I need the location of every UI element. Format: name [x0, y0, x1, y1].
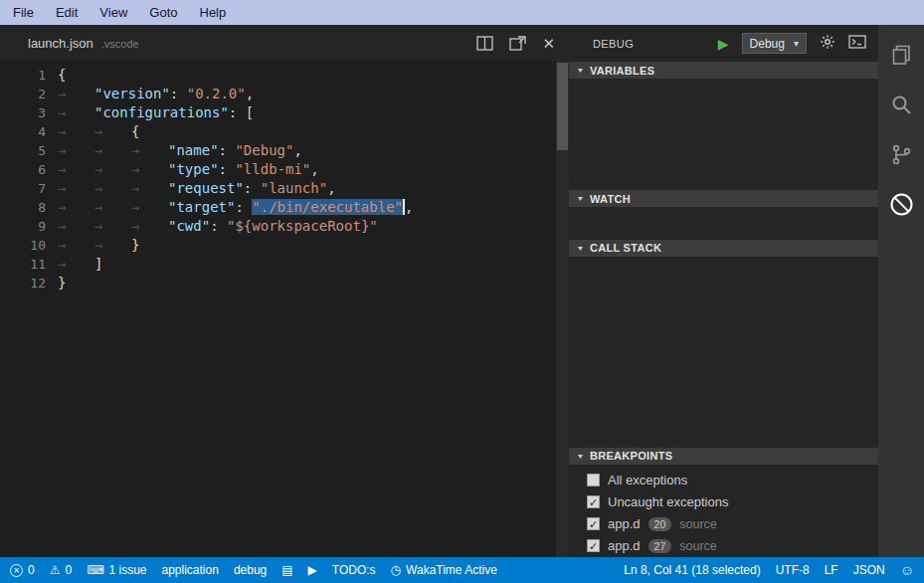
line-content: →→} [58, 236, 139, 255]
statusbar-feedback[interactable]: ☺ [900, 563, 914, 577]
code-token: "0.2.0" [187, 86, 246, 101]
menu-item-edit[interactable]: Edit [45, 2, 89, 23]
statusbar-language-mode-label: JSON [853, 563, 885, 577]
line-content: →→→"target": "./bin/executable", [58, 198, 413, 217]
breakpoint-row[interactable]: ✓app.d20source [569, 513, 878, 535]
statusbar-run-task[interactable]: ▶ [308, 564, 317, 576]
section-watch-header[interactable]: ▼ WATCH [569, 190, 878, 207]
section-breakpoints-header[interactable]: ▼ BREAKPOINTS [569, 448, 878, 465]
statusbar-issues[interactable]: ⌨1 issue [87, 563, 146, 577]
debug-panel: DEBUG ▶ Debug ▾ ▼ VARIABL [569, 25, 878, 557]
menu-item-help[interactable]: Help [189, 2, 238, 23]
line-content: →→→"request": "launch", [58, 179, 336, 198]
statusbar-right: Ln 8, Col 41 (18 selected)UTF-8LFJSON☺ [624, 563, 914, 577]
editor-region: launch.json .vscode ✕ 1{2→"version": "0.… [0, 25, 569, 557]
breakpoint-line-badge: 20 [648, 517, 672, 531]
close-tab-icon[interactable]: ✕ [542, 36, 555, 51]
statusbar-eol[interactable]: LF [825, 563, 838, 577]
split-editor-icon[interactable] [476, 36, 493, 51]
code-line[interactable]: 9→→→"cwd": "${workspaceRoot}" [0, 217, 569, 236]
section-collapse-icon: ▼ [576, 67, 584, 74]
code-token: : [170, 86, 187, 101]
tab-whitespace-arrow-icon: → [58, 103, 94, 122]
open-preview-icon[interactable] [509, 36, 526, 51]
code-line[interactable]: 5→→→"name": "Debug", [0, 141, 569, 160]
statusbar-launch-application[interactable]: application [162, 563, 219, 577]
smiley-icon: ☺ [900, 563, 914, 577]
menu-item-view[interactable]: View [89, 2, 138, 23]
code-line[interactable]: 7→→→"request": "launch", [0, 179, 569, 198]
code-line[interactable]: 2→"version": "0.2.0", [0, 85, 569, 103]
editor-scrollbar[interactable] [556, 61, 569, 557]
code-token: } [131, 237, 139, 253]
code-line[interactable]: 8→→→"target": "./bin/executable", [0, 198, 569, 217]
line-number: 12 [0, 274, 46, 292]
section-variables-header[interactable]: ▼ VARIABLES [569, 62, 878, 79]
section-breakpoints-title: BREAKPOINTS [590, 450, 672, 462]
breakpoint-row[interactable]: ✓Uncaught exceptions [569, 491, 878, 513]
menu-item-file[interactable]: File [2, 2, 45, 23]
statusbar-errors[interactable]: ✕0 [10, 563, 35, 577]
code-line[interactable]: 12} [0, 274, 569, 292]
tab-whitespace-arrow-icon: → [58, 236, 94, 255]
breakpoints-list: All exceptions✓Uncaught exceptions✓app.d… [569, 465, 878, 557]
code-line[interactable]: 10→→} [0, 236, 569, 255]
debug-config-dropdown[interactable]: Debug ▾ [742, 33, 807, 54]
search-icon[interactable] [887, 91, 915, 118]
breakpoint-label: app.d [608, 538, 641, 553]
line-content: } [58, 274, 66, 292]
code-line[interactable]: 6→→→"type": "lldb-mi", [0, 160, 569, 179]
statusbar-eol-label: LF [825, 563, 838, 577]
breakpoint-checkbox[interactable] [587, 474, 600, 486]
section-variables-title: VARIABLES [590, 65, 654, 77]
tab-title[interactable]: launch.json [28, 36, 93, 51]
code-token: : [ [229, 104, 254, 120]
breakpoint-checkbox[interactable]: ✓ [587, 517, 600, 530]
explorer-icon[interactable] [887, 41, 915, 69]
statusbar-launch-debug[interactable]: debug [234, 563, 267, 577]
tab-whitespace-arrow-icon: → [94, 217, 131, 236]
debug-console-icon[interactable] [848, 35, 866, 53]
code-editor[interactable]: 1{2→"version": "0.2.0",3→"configurations… [0, 61, 569, 557]
configure-gear-icon[interactable] [820, 34, 835, 54]
code-line[interactable]: 1{ [0, 66, 569, 85]
callstack-content [569, 257, 878, 448]
line-content: →→→"name": "Debug", [58, 141, 302, 160]
code-line[interactable]: 11→] [0, 255, 569, 274]
code-line[interactable]: 3→"configurations": [ [0, 103, 569, 122]
breakpoint-row[interactable]: All exceptions [569, 470, 878, 491]
debug-icon[interactable] [887, 190, 915, 218]
tab-whitespace-arrow-icon: → [94, 122, 131, 141]
code-token: : [235, 199, 252, 215]
tab-folder-label: .vscode [101, 38, 139, 50]
statusbar-file-action[interactable]: ▤ [281, 564, 292, 576]
statusbar-todos[interactable]: TODO:s [332, 563, 376, 577]
statusbar-cursor-position[interactable]: Ln 8, Col 41 (18 selected) [624, 563, 760, 577]
code-token: "target" [168, 199, 235, 215]
statusbar-warnings[interactable]: ⚠0 [50, 563, 72, 577]
statusbar-wakatime[interactable]: ◷WakaTime Active [391, 563, 497, 577]
code-token: "configurations" [94, 104, 229, 120]
statusbar-issues-label: 1 issue [108, 563, 146, 577]
section-callstack-header[interactable]: ▼ CALL STACK [569, 240, 878, 257]
breakpoint-checkbox[interactable]: ✓ [587, 495, 600, 508]
line-number: 2 [0, 85, 46, 103]
line-number: 1 [0, 66, 46, 85]
tab-whitespace-arrow-icon: → [58, 198, 94, 217]
breakpoint-line-badge: 27 [648, 539, 672, 553]
tab-whitespace-arrow-icon: → [94, 179, 131, 198]
menu-item-goto[interactable]: Goto [138, 2, 188, 23]
code-line[interactable]: 4→→{ [0, 122, 569, 141]
debug-panel-title: DEBUG [593, 38, 634, 50]
start-debug-icon[interactable]: ▶ [718, 37, 729, 51]
breakpoint-row[interactable]: ✓app.d27source [569, 535, 878, 557]
breakpoint-checkbox[interactable]: ✓ [587, 539, 600, 552]
line-number: 8 [0, 198, 46, 217]
code-token: { [131, 123, 139, 139]
git-icon[interactable] [887, 140, 915, 168]
statusbar-encoding[interactable]: UTF-8 [776, 563, 810, 577]
scrollbar-thumb[interactable] [557, 63, 568, 150]
statusbar-language-mode[interactable]: JSON [853, 563, 885, 577]
code-token: "./bin/executable" [252, 199, 403, 215]
tab-whitespace-arrow-icon: → [131, 198, 168, 217]
